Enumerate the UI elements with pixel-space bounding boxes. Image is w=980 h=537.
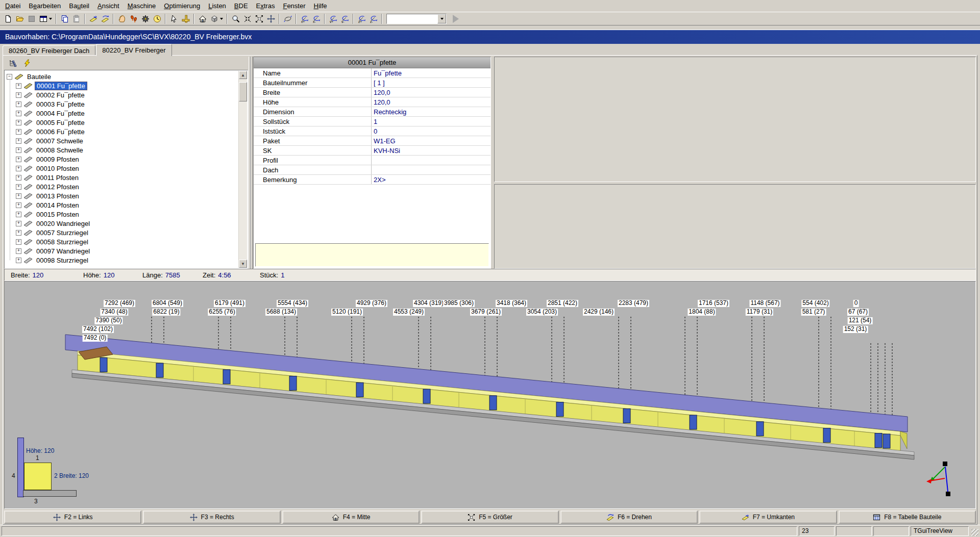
note-box[interactable] (255, 243, 489, 267)
property-value[interactable]: Rechteckig (371, 107, 491, 116)
fn-button-f6-drehen[interactable]: F6 = Drehen (560, 510, 698, 524)
expand-icon[interactable]: + (16, 221, 21, 226)
tab-80260-bv-freiberger-dach[interactable]: 80260_BV Freiberger Dach (3, 45, 95, 56)
select-cursor-icon[interactable] (168, 13, 180, 24)
property-row-dimension[interactable]: DimensionRechteckig (254, 107, 491, 117)
tree-item-00013[interactable]: +00013 Pfosten (16, 191, 248, 200)
property-value[interactable]: 2X> (371, 175, 491, 184)
tree-item-00006[interactable]: +00006 Fu¯pfette (16, 127, 248, 136)
menu-item-maschine[interactable]: Maschine (124, 0, 160, 12)
tree-item-00020[interactable]: +00020 Wandriegel (16, 219, 248, 228)
fn-button-f7-umkanten[interactable]: F7 = Umkanten (699, 510, 837, 524)
tree-item-label[interactable]: 00001 Fu¯pfette (35, 82, 87, 90)
tree-item-00009[interactable]: +00009 Pfosten (16, 155, 248, 164)
menu-item-bde[interactable]: BDE (230, 0, 252, 12)
rotate-x-plus-icon[interactable]: x+ (299, 13, 310, 24)
fn-button-f3-rechts[interactable]: F3 = Rechts (143, 510, 280, 524)
property-row-dach[interactable]: Dach (254, 165, 491, 175)
property-row-bauteilnummer[interactable]: Bauteilnummer[ 1 ] (254, 78, 491, 88)
rotate-y-minus-icon[interactable]: y- (339, 13, 351, 24)
expand-icon[interactable]: + (16, 111, 21, 116)
run-icon[interactable] (453, 15, 459, 23)
expand-icon[interactable]: + (16, 147, 21, 153)
gear-icon[interactable] (139, 13, 151, 24)
tree-item-label[interactable]: 00020 Wandriegel (35, 220, 91, 227)
tree-item-label[interactable]: 00003 Fu¯pfette (35, 100, 86, 108)
home-icon[interactable] (197, 13, 208, 24)
lightning-icon[interactable] (21, 58, 33, 69)
resize-grip[interactable] (971, 529, 978, 536)
tree-item-label[interactable]: 00008 Schwelle (35, 146, 85, 154)
tree-root-label[interactable]: Bauteile (26, 73, 53, 81)
expand-icon[interactable]: + (16, 239, 21, 245)
menu-item-optimierung[interactable]: Optimierung (160, 0, 204, 12)
tree-item-00014[interactable]: +00014 Pfosten (16, 200, 248, 210)
edit-beam-icon[interactable] (87, 13, 99, 24)
fn-button-f8-tabelle-bauteile[interactable]: F8 = Tabelle Bauteile (839, 510, 976, 524)
expand-icon[interactable]: + (16, 212, 21, 217)
property-row-sk[interactable]: SKKVH-NSi (254, 146, 491, 156)
expand-icon[interactable]: + (16, 92, 21, 98)
scroll-thumb[interactable] (239, 82, 247, 101)
tree-item-00008[interactable]: +00008 Schwelle (16, 145, 248, 155)
tree-item-00010[interactable]: +00010 Pfosten (16, 164, 248, 173)
property-row-sollstück[interactable]: Sollstück1 (254, 117, 491, 126)
expand-icon[interactable]: + (16, 83, 21, 89)
property-value[interactable]: [ 1 ] (371, 78, 491, 87)
tree-item-label[interactable]: 00098 Sturzriegel (35, 257, 90, 264)
window-layout-icon[interactable] (37, 13, 54, 24)
tree-item-00002[interactable]: +00002 Fu¯pfette (16, 90, 248, 99)
property-row-höhe[interactable]: Höhe120,0 (254, 97, 491, 107)
tree-item-label[interactable]: 00015 Pfosten (35, 211, 81, 218)
expand-icon[interactable]: + (16, 120, 21, 125)
property-value[interactable] (371, 165, 491, 174)
expand-icon[interactable]: + (16, 248, 21, 254)
expand-icon[interactable]: + (16, 166, 21, 171)
expand-icon[interactable]: + (16, 138, 21, 144)
tree-item-label[interactable]: 00013 Pfosten (35, 192, 81, 200)
tree-item-label[interactable]: 00011 Pfosten (35, 174, 80, 182)
tree-scrollbar[interactable]: ▲ ▼ (238, 71, 247, 268)
menu-item-extras[interactable]: Extras (252, 0, 279, 12)
tree-item-label[interactable]: 00097 Wandriegel (35, 247, 91, 255)
menu-item-bauteil[interactable]: Bauteil (65, 0, 93, 12)
toolbar-combobox[interactable] (386, 14, 447, 24)
tree-item-00097[interactable]: +00097 Wandriegel (16, 246, 248, 255)
zoom-fit-icon[interactable] (241, 13, 253, 24)
chevron-down-icon[interactable] (220, 18, 223, 20)
property-value[interactable]: W1-EG (371, 136, 491, 145)
clock-icon[interactable] (151, 13, 163, 24)
rotate-z-minus-icon[interactable]: z- (368, 13, 379, 24)
property-value[interactable]: 120,0 (371, 97, 491, 107)
expand-icon[interactable]: + (16, 230, 21, 236)
pan-hand-icon[interactable] (116, 13, 128, 24)
tree-item-00007[interactable]: +00007 Schwelle (16, 136, 248, 145)
expand-icon[interactable]: + (16, 129, 21, 135)
chevron-down-icon[interactable] (49, 18, 52, 20)
menu-item-datei[interactable]: Datei (1, 0, 24, 12)
tree-item-label[interactable]: 00010 Pfosten (35, 165, 81, 172)
tree-item-label[interactable]: 00004 Fu¯pfette (35, 110, 86, 117)
scroll-down-icon[interactable]: ▼ (239, 260, 247, 268)
3d-viewport[interactable]: 7292 (469)6804 (549)6179 (491)5554 (434)… (4, 281, 976, 509)
copy-icon[interactable] (59, 13, 70, 24)
paste-icon[interactable] (70, 13, 82, 24)
expand-icon[interactable]: + (16, 175, 21, 181)
tree-item-label[interactable]: 00014 Pfosten (35, 201, 81, 209)
fn-button-f4-mitte[interactable]: F4 = Mitte (282, 510, 420, 524)
fn-button-f5-größer[interactable]: F5 = Größer (421, 510, 558, 524)
expand-icon[interactable]: + (16, 101, 21, 107)
open-folder-icon[interactable] (14, 13, 26, 24)
property-row-breite[interactable]: Breite120,0 (254, 88, 491, 97)
property-value[interactable]: 120,0 (371, 88, 491, 97)
tree-item-00001[interactable]: +00001 Fu¯pfette (16, 81, 248, 90)
toolbar-combo-input[interactable] (387, 14, 437, 23)
tree-item-00011[interactable]: +00011 Pfosten (16, 173, 248, 182)
menu-item-listen[interactable]: Listen (204, 0, 230, 12)
move-icon[interactable] (265, 13, 277, 24)
property-row-paket[interactable]: PaketW1-EG (254, 136, 491, 146)
tab-80220-bv-freiberger[interactable]: 80220_BV Freiberger (96, 44, 172, 56)
tree-item-label[interactable]: 00006 Fu¯pfette (35, 128, 86, 136)
menu-item-hilfe[interactable]: Hilfe (310, 0, 331, 12)
tree-root[interactable]: −Bauteile (7, 72, 248, 81)
